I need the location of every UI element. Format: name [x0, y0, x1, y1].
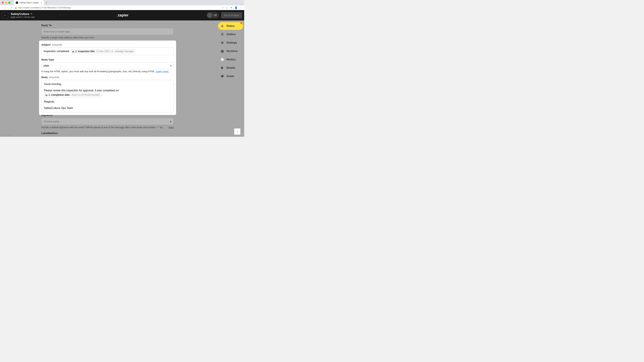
browser-chrome: SafetyCulture | Zapier × + ⌄ ← → ⟳ 🔒 htt…: [0, 0, 244, 10]
subject-input[interactable]: Inspection completed: sc 1. Inspection t…: [42, 47, 174, 55]
body-type-field: Body Type plain ▴▾ If using the HTML opt…: [42, 58, 174, 73]
url-text: https://zapier.com/editor/177105768/draf…: [18, 6, 71, 9]
outline-icon: ☰: [220, 32, 224, 36]
edit-title-icon[interactable]: ✎: [31, 13, 32, 15]
body-required: (required): [49, 76, 59, 79]
body-label: Body: [42, 76, 48, 79]
url-field[interactable]: 🔒 https://zapier.com/editor/177105768/dr…: [15, 6, 220, 9]
gear-icon: ⚙: [220, 41, 224, 44]
rail-outline[interactable]: ☰ Outline: [218, 30, 243, 38]
header-actions: Off Fix to Publish: [206, 12, 242, 18]
versions-icon: ▤: [220, 49, 224, 53]
rail-guide[interactable]: 🎓 Guide: [218, 72, 243, 80]
menu-icon[interactable]: ⋮: [240, 6, 242, 9]
browser-tab[interactable]: SafetyCulture | Zapier ×: [14, 0, 44, 5]
window-controls: [2, 2, 10, 4]
rail-expand-button[interactable]: ›: [234, 128, 240, 135]
subject-label: Subject: [42, 43, 50, 46]
warning-icon: ⚠: [220, 24, 224, 28]
body-data-pill[interactable]: sc 1. Completion date: 2022-11-22T23:05:…: [44, 92, 102, 97]
main-area: Reply To Enter text or insert data... Sp…: [0, 20, 244, 137]
rail-versions[interactable]: ▤ Versions: [218, 47, 243, 55]
guide-icon: 🎓: [220, 74, 224, 78]
rail-settings[interactable]: ⚙ Settings: [218, 39, 243, 46]
forward-icon[interactable]: →: [6, 6, 9, 9]
share-icon[interactable]: ⤴: [222, 6, 224, 9]
extensions-icon[interactable]: ✦: [230, 6, 232, 9]
rail-status[interactable]: ⚠ Status 1: [218, 22, 243, 30]
zap-title[interactable]: SafetyCulture ✎: [11, 12, 35, 16]
body-line-2: Please review this inspection for approv…: [44, 88, 171, 97]
version-text: ver. 8cab5f50: [1, 134, 12, 136]
body-line-3: Regards,: [44, 100, 171, 104]
tab-close-icon[interactable]: ×: [40, 1, 42, 4]
zapier-logo: _zapier: [116, 13, 128, 17]
tab-bar: SafetyCulture | Zapier × + ⌄: [0, 0, 244, 5]
email-config-panel: Subject (required) Inspection completed:…: [39, 40, 176, 115]
body-type-select[interactable]: plain ▴▾: [42, 62, 174, 69]
right-sidebar: ⚠ Status 1 ☰ Outline ⚙ Settings ▤ Versio…: [218, 22, 243, 80]
body-type-help: If using the HTML option, you must add a…: [42, 70, 174, 73]
profile-icon[interactable]: 👤: [234, 6, 238, 9]
subject-prefix-text: Inspection completed:: [44, 50, 70, 53]
toggle-knob-icon: [207, 13, 212, 18]
lock-icon: 🔒: [15, 7, 17, 9]
publish-toggle[interactable]: Off: [206, 12, 219, 18]
new-tab-button[interactable]: +: [46, 1, 47, 4]
maximize-window-icon[interactable]: [8, 2, 10, 4]
rail-details[interactable]: 🗎 Details: [218, 64, 243, 72]
body-input[interactable]: Good morning, Please review this inspect…: [42, 80, 174, 112]
fix-to-publish-button[interactable]: Fix to Publish: [221, 12, 242, 18]
tabs-chevron-icon[interactable]: ⌄: [240, 3, 242, 5]
close-window-icon[interactable]: [2, 2, 4, 4]
subject-required: (required): [52, 43, 62, 46]
subject-field: Subject (required) Inspection completed:…: [42, 43, 174, 55]
history-icon: 🕘: [220, 58, 224, 61]
bookmark-icon[interactable]: ☆: [226, 6, 228, 9]
app-header: ← SafetyCulture ✎ draft saved 1 minute a…: [0, 10, 244, 20]
status-badge: 1: [240, 21, 243, 24]
body-type-label: Body Type: [42, 58, 54, 61]
body-line-1: Good morning,: [44, 82, 171, 86]
learn-more-link[interactable]: Learn more.: [156, 70, 169, 73]
minimize-window-icon[interactable]: [5, 2, 7, 4]
body-field: Body (required) Good morning, Please rev…: [42, 76, 174, 112]
sc-icon: sc: [72, 50, 74, 52]
address-bar: ← → ⟳ 🔒 https://zapier.com/editor/177105…: [0, 5, 244, 10]
subject-data-pill[interactable]: sc 1. Inspection title: 21 Nov 2022 / K.…: [71, 49, 135, 53]
tab-title: SafetyCulture | Zapier: [20, 1, 39, 4]
browser-action-icons: ⤴ ☆ ✦ 👤 ⋮: [222, 6, 242, 9]
reload-icon[interactable]: ⟳: [11, 6, 13, 9]
details-icon: 🗎: [220, 66, 224, 70]
back-icon[interactable]: ←: [2, 6, 4, 9]
tab-favicon-icon: [16, 1, 18, 4]
chevron-updown-icon: ▴▾: [170, 64, 172, 67]
sc-icon: sc: [46, 93, 48, 96]
save-status: draft saved 1 minute ago: [11, 16, 35, 18]
rail-history[interactable]: 🕘 History: [218, 56, 243, 63]
body-line-4: SafetyCulture Ops Team: [44, 106, 171, 110]
back-button[interactable]: ←: [2, 12, 8, 18]
header-title-block: SafetyCulture ✎ draft saved 1 minute ago: [11, 12, 35, 18]
